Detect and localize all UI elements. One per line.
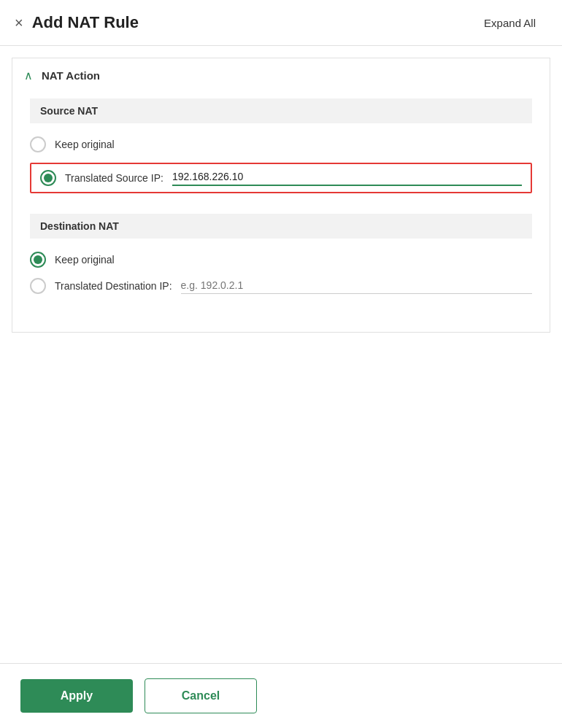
source-translated-label: Translated Source IP: [65, 172, 163, 184]
dest-keep-original-radio[interactable] [30, 252, 46, 268]
source-keep-original-label: Keep original [55, 139, 115, 150]
source-translated-radio-inner [44, 174, 53, 182]
dialog-footer: Apply Cancel [0, 663, 562, 728]
cancel-button[interactable]: Cancel [145, 678, 257, 713]
dest-translated-radio[interactable] [30, 278, 46, 294]
header-left: × Add NAT Rule [15, 13, 139, 32]
source-nat-label: Source NAT [30, 98, 532, 123]
source-translated-row[interactable]: Translated Source IP: [30, 163, 532, 193]
dest-keep-original-radio-inner [34, 255, 42, 264]
close-icon[interactable]: × [15, 15, 23, 30]
destination-nat-radio-group: Keep original Translated Destination IP: [30, 252, 532, 294]
dest-ip-input-wrapper [181, 279, 532, 294]
section-title: NAT Action [42, 69, 100, 82]
dialog-title: Add NAT Rule [32, 13, 139, 32]
dest-translated-label: Translated Destination IP: [55, 280, 172, 292]
section-body: Source NAT Keep original Translated Sour… [12, 93, 550, 332]
source-translated-radio[interactable] [40, 170, 56, 186]
source-keep-original-radio[interactable] [30, 136, 46, 152]
source-keep-original-row[interactable]: Keep original [30, 136, 532, 152]
source-ip-input-wrapper [172, 170, 522, 186]
chevron-up-icon: ∧ [24, 69, 33, 82]
dest-translated-row[interactable]: Translated Destination IP: [30, 278, 532, 294]
dialog-header: × Add NAT Rule Expand All [0, 0, 562, 46]
dest-ip-input[interactable] [181, 279, 532, 294]
section-header[interactable]: ∧ NAT Action [12, 58, 550, 93]
source-nat-radio-group: Keep original Translated Source IP: [30, 136, 532, 193]
apply-button[interactable]: Apply [20, 679, 133, 713]
source-ip-input[interactable] [172, 171, 522, 186]
dest-keep-original-label: Keep original [55, 254, 115, 266]
expand-all-button[interactable]: Expand All [478, 14, 542, 32]
nat-action-section: ∧ NAT Action Source NAT Keep original [12, 58, 550, 333]
add-nat-rule-dialog: × Add NAT Rule Expand All ∧ NAT Action S… [0, 0, 562, 728]
dialog-content[interactable]: ∧ NAT Action Source NAT Keep original [0, 46, 562, 663]
dest-keep-original-row[interactable]: Keep original [30, 252, 532, 268]
destination-nat-label: Destination NAT [30, 214, 532, 239]
